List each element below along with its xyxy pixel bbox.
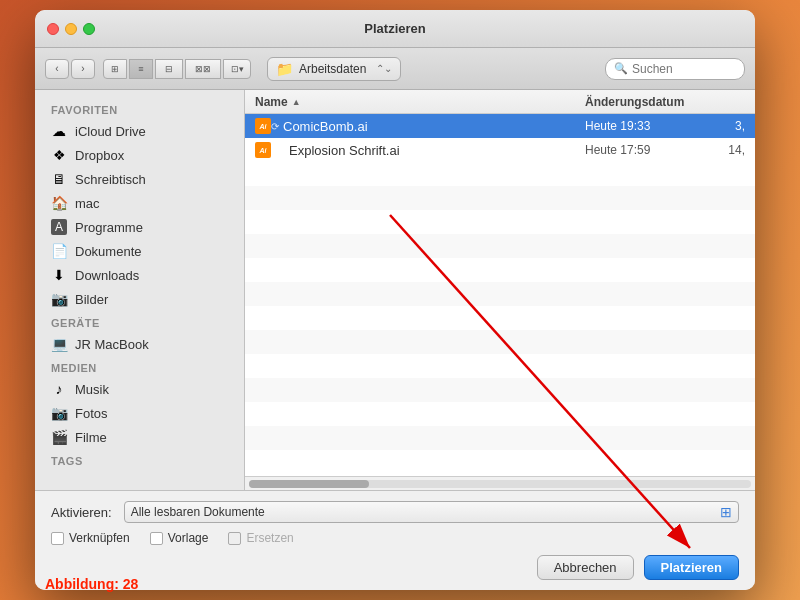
- documents-icon: 📄: [51, 243, 67, 259]
- table-row-empty: [245, 402, 755, 426]
- table-row-empty: [245, 258, 755, 282]
- content-area: Favoriten ☁ iCloud Drive ❖ Dropbox 🖥 Sch…: [35, 90, 755, 490]
- table-row-empty: [245, 378, 755, 402]
- view-list-button[interactable]: ≡: [129, 59, 153, 79]
- view-extra-button[interactable]: ⊡▾: [223, 59, 251, 79]
- toolbar: ‹ › ⊞ ≡ ⊟ ⊠⊠ ⊡▾ 📁 Arbeitsdaten ⌃⌄ 🔍: [35, 48, 755, 90]
- bottom-controls: Aktivieren: Alle lesbaren Dokumente ⊞ Ve…: [35, 490, 755, 590]
- sidebar-item-programme-label: Programme: [75, 220, 143, 235]
- scrollbar-track: [249, 480, 751, 488]
- checkboxes-row: Verknüpfen Vorlage Ersetzen: [51, 531, 739, 545]
- minimize-button[interactable]: [65, 23, 77, 35]
- pictures-icon: 📷: [51, 291, 67, 307]
- sidebar-item-mac[interactable]: 🏠 mac: [35, 191, 244, 215]
- sidebar-item-programme[interactable]: A Programme: [35, 215, 244, 239]
- vorlage-checkbox[interactable]: Vorlage: [150, 531, 209, 545]
- movies-icon: 🎬: [51, 429, 67, 445]
- sidebar-item-fotos[interactable]: 📷 Fotos: [35, 401, 244, 425]
- col-name-label: Name: [255, 95, 288, 109]
- table-row[interactable]: Ai Explosion Schrift.ai Heute 17:59 14,: [245, 138, 755, 162]
- table-row-empty: [245, 282, 755, 306]
- filter-label: Aktivieren:: [51, 505, 112, 520]
- file-rows: Ai ⟳ ComicBomb.ai Heute 19:33 3, Ai Expl…: [245, 114, 755, 476]
- sidebar-item-downloads[interactable]: ⬇ Downloads: [35, 263, 244, 287]
- sidebar-item-musik[interactable]: ♪ Musik: [35, 377, 244, 401]
- view-coverflow-button[interactable]: ⊠⊠: [185, 59, 221, 79]
- ai-file-icon: Ai: [255, 118, 271, 134]
- sidebar-item-filme[interactable]: 🎬 Filme: [35, 425, 244, 449]
- search-input[interactable]: [632, 62, 732, 76]
- sidebar-item-icloud-label: iCloud Drive: [75, 124, 146, 139]
- ersetzen-checkbox-box[interactable]: [228, 532, 241, 545]
- view-icon-button[interactable]: ⊞: [103, 59, 127, 79]
- home-icon: 🏠: [51, 195, 67, 211]
- sidebar-item-dokumente[interactable]: 📄 Dokumente: [35, 239, 244, 263]
- table-row-empty: [245, 162, 755, 186]
- title-bar: Platzieren: [35, 10, 755, 48]
- sidebar-item-bilder-label: Bilder: [75, 292, 108, 307]
- back-button[interactable]: ‹: [45, 59, 69, 79]
- sidebar: Favoriten ☁ iCloud Drive ❖ Dropbox 🖥 Sch…: [35, 90, 245, 490]
- sidebar-item-bilder[interactable]: 📷 Bilder: [35, 287, 244, 311]
- maximize-button[interactable]: [83, 23, 95, 35]
- table-row-empty: [245, 186, 755, 210]
- col-date-header[interactable]: Änderungsdatum: [585, 95, 715, 109]
- folder-icon: 📁: [276, 61, 293, 77]
- downloads-icon: ⬇: [51, 267, 67, 283]
- dialog-window: Platzieren ‹ › ⊞ ≡ ⊟ ⊠⊠ ⊡▾ 📁 Arbeitsdate…: [35, 10, 755, 590]
- horizontal-scrollbar[interactable]: [245, 476, 755, 490]
- window-title: Platzieren: [364, 21, 425, 36]
- sort-arrow-icon: ▲: [292, 97, 301, 107]
- file-list-header: Name ▲ Änderungsdatum: [245, 90, 755, 114]
- vorlage-checkbox-box[interactable]: [150, 532, 163, 545]
- desktop-icon: 🖥: [51, 171, 67, 187]
- file-size: 3,: [715, 119, 745, 133]
- sidebar-item-filme-label: Filme: [75, 430, 107, 445]
- photos-icon: 📷: [51, 405, 67, 421]
- table-row[interactable]: Ai ⟳ ComicBomb.ai Heute 19:33 3,: [245, 114, 755, 138]
- sidebar-item-fotos-label: Fotos: [75, 406, 108, 421]
- select-chevron-icon: ⊞: [720, 504, 732, 520]
- col-name-header[interactable]: Name ▲: [255, 95, 585, 109]
- table-row-empty: [245, 234, 755, 258]
- table-row-empty: [245, 306, 755, 330]
- search-icon: 🔍: [614, 62, 628, 75]
- filter-select[interactable]: Alle lesbaren Dokumente ⊞: [124, 501, 739, 523]
- sidebar-item-schreibtisch[interactable]: 🖥 Schreibtisch: [35, 167, 244, 191]
- scrollbar-thumb[interactable]: [249, 480, 369, 488]
- sidebar-item-icloud[interactable]: ☁ iCloud Drive: [35, 119, 244, 143]
- filter-value: Alle lesbaren Dokumente: [131, 505, 265, 519]
- sidebar-section-medien: Medien: [35, 356, 244, 377]
- sidebar-item-downloads-label: Downloads: [75, 268, 139, 283]
- file-size: 14,: [715, 143, 745, 157]
- cancel-button[interactable]: Abbrechen: [537, 555, 634, 580]
- confirm-button[interactable]: Platzieren: [644, 555, 739, 580]
- ai-file-icon: Ai: [255, 142, 271, 158]
- traffic-lights: [47, 23, 95, 35]
- table-row-empty: [245, 426, 755, 450]
- file-date: Heute 19:33: [585, 119, 715, 133]
- sidebar-item-macbook[interactable]: 💻 JR MacBook: [35, 332, 244, 356]
- laptop-icon: 💻: [51, 336, 67, 352]
- icloud-icon: ☁: [51, 123, 67, 139]
- sidebar-item-mac-label: mac: [75, 196, 100, 211]
- verknuepfen-checkbox-box[interactable]: [51, 532, 64, 545]
- file-date: Heute 17:59: [585, 143, 715, 157]
- filter-row: Aktivieren: Alle lesbaren Dokumente ⊞: [51, 501, 739, 523]
- dropbox-icon: ❖: [51, 147, 67, 163]
- file-name: Explosion Schrift.ai: [289, 143, 585, 158]
- sidebar-item-dropbox[interactable]: ❖ Dropbox: [35, 143, 244, 167]
- close-button[interactable]: [47, 23, 59, 35]
- folder-name-label: Arbeitsdaten: [299, 62, 366, 76]
- view-columns-button[interactable]: ⊟: [155, 59, 183, 79]
- table-row-empty: [245, 210, 755, 234]
- verknuepfen-checkbox[interactable]: Verknüpfen: [51, 531, 130, 545]
- sidebar-section-geraete: Geräte: [35, 311, 244, 332]
- forward-button[interactable]: ›: [71, 59, 95, 79]
- sync-indicator-icon: ⟳: [271, 121, 279, 132]
- folder-chevron-icon: ⌃⌄: [376, 63, 392, 74]
- ersetzen-checkbox[interactable]: Ersetzen: [228, 531, 293, 545]
- apps-icon: A: [51, 219, 67, 235]
- folder-selector[interactable]: 📁 Arbeitsdaten ⌃⌄: [267, 57, 401, 81]
- verknuepfen-label: Verknüpfen: [69, 531, 130, 545]
